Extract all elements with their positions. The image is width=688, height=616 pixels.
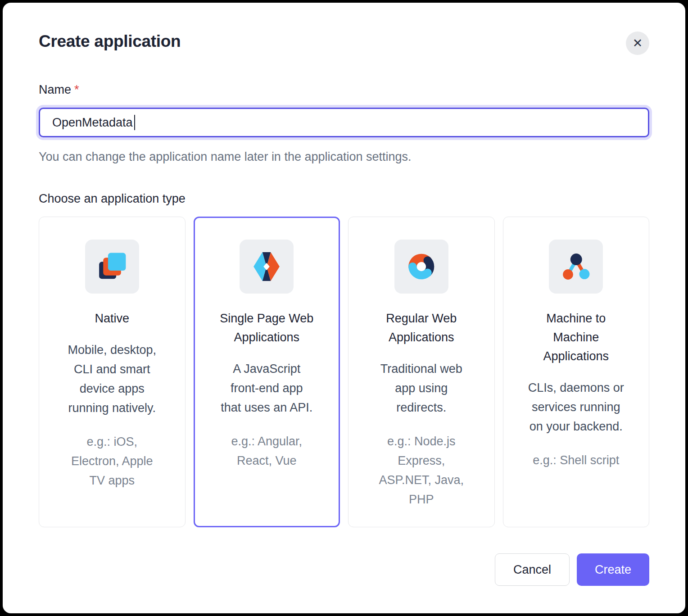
native-stacked-squares-icon bbox=[85, 240, 139, 294]
name-field-group: Name* OpenMetadata You can change the ap… bbox=[39, 83, 649, 164]
card-description: Traditional web app using redirects. bbox=[358, 359, 485, 417]
card-example: e.g.: Node.js Express, ASP.NET, Java, PH… bbox=[358, 432, 485, 509]
application-name-input[interactable]: OpenMetadata bbox=[39, 108, 649, 137]
name-helper-text: You can change the application name late… bbox=[39, 150, 649, 164]
card-description: A JavaScript front-end app that uses an … bbox=[203, 359, 331, 417]
create-application-dialog: Create application ✕ Name* OpenMetadata … bbox=[3, 3, 685, 613]
spa-diamond-icon bbox=[240, 240, 294, 294]
dialog-header: Create application ✕ bbox=[39, 32, 649, 55]
card-example: e.g.: iOS, Electron, Apple TV apps bbox=[48, 432, 176, 490]
regular-web-swirl-icon bbox=[394, 240, 448, 294]
card-title: Native bbox=[48, 309, 176, 328]
name-label: Name* bbox=[39, 83, 649, 97]
app-type-card-native[interactable]: Native Mobile, desktop, CLI and smart de… bbox=[39, 217, 186, 527]
machine-to-machine-nodes-icon bbox=[549, 240, 603, 294]
name-label-text: Name bbox=[39, 83, 71, 96]
app-type-card-single-page-web[interactable]: Single Page Web Applications A JavaScrip… bbox=[194, 217, 340, 527]
app-type-card-machine-to-machine[interactable]: Machine to Machine Applications CLIs, da… bbox=[503, 217, 650, 527]
card-description: CLIs, daemons or services running on you… bbox=[512, 378, 640, 436]
card-example: e.g.: Angular, React, Vue bbox=[203, 432, 331, 471]
card-title: Machine to Machine Applications bbox=[512, 309, 640, 366]
required-asterisk: * bbox=[74, 83, 79, 96]
card-description: Mobile, desktop, CLI and smart device ap… bbox=[48, 340, 176, 418]
card-title: Regular Web Applications bbox=[358, 309, 485, 347]
dialog-title: Create application bbox=[39, 32, 181, 51]
card-example: e.g.: Shell script bbox=[512, 451, 640, 470]
text-cursor bbox=[134, 115, 135, 130]
application-type-section-label: Choose an application type bbox=[39, 192, 649, 206]
application-type-cards: Native Mobile, desktop, CLI and smart de… bbox=[39, 217, 649, 527]
application-name-input-value: OpenMetadata bbox=[52, 116, 133, 130]
dialog-footer: Cancel Create bbox=[39, 553, 649, 586]
card-title: Single Page Web Applications bbox=[203, 309, 331, 347]
close-icon: ✕ bbox=[633, 37, 643, 50]
cancel-button[interactable]: Cancel bbox=[495, 553, 570, 586]
close-button[interactable]: ✕ bbox=[626, 32, 649, 55]
app-type-card-regular-web[interactable]: Regular Web Applications Traditional web… bbox=[348, 217, 495, 527]
create-button[interactable]: Create bbox=[577, 553, 649, 586]
